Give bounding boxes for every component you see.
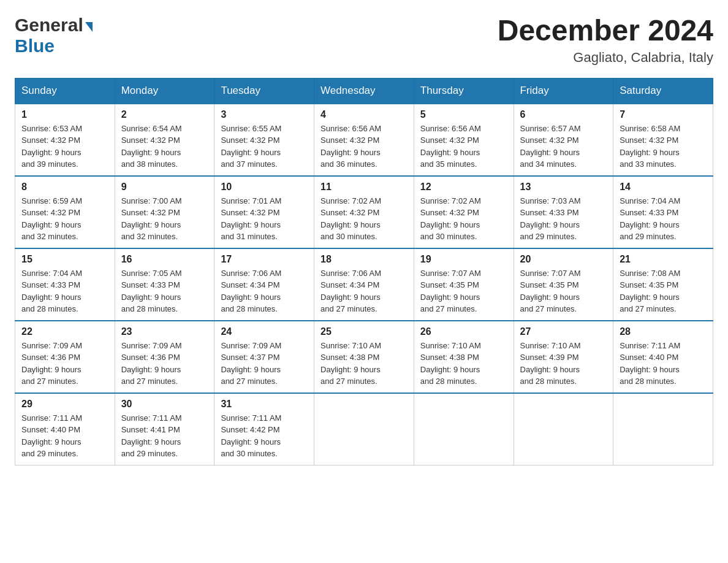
logo: General Blue xyxy=(15,15,93,56)
day-number: 16 xyxy=(121,254,208,265)
day-number: 18 xyxy=(320,254,408,265)
calendar-cell: 21 Sunrise: 7:08 AM Sunset: 4:35 PM Dayl… xyxy=(613,248,713,321)
day-info: Sunrise: 7:11 AM Sunset: 4:41 PM Dayligh… xyxy=(121,412,208,460)
day-info: Sunrise: 7:04 AM Sunset: 4:33 PM Dayligh… xyxy=(620,195,707,243)
calendar-header-wednesday: Wednesday xyxy=(314,78,414,104)
calendar-cell: 25 Sunrise: 7:10 AM Sunset: 4:38 PM Dayl… xyxy=(314,321,414,393)
day-info: Sunrise: 6:58 AM Sunset: 4:32 PM Dayligh… xyxy=(620,123,707,170)
day-info: Sunrise: 7:04 AM Sunset: 4:33 PM Dayligh… xyxy=(21,267,108,315)
title-section: December 2024 Gagliato, Calabria, Italy xyxy=(498,15,713,66)
day-number: 8 xyxy=(21,182,108,193)
day-info: Sunrise: 6:57 AM Sunset: 4:32 PM Dayligh… xyxy=(520,123,607,170)
day-info: Sunrise: 7:10 AM Sunset: 4:39 PM Dayligh… xyxy=(520,340,607,388)
calendar-cell: 18 Sunrise: 7:06 AM Sunset: 4:34 PM Dayl… xyxy=(314,248,414,321)
calendar-week-row: 29 Sunrise: 7:11 AM Sunset: 4:40 PM Dayl… xyxy=(15,393,713,465)
calendar-cell: 24 Sunrise: 7:09 AM Sunset: 4:37 PM Dayl… xyxy=(214,321,314,393)
calendar-cell: 23 Sunrise: 7:09 AM Sunset: 4:36 PM Dayl… xyxy=(115,321,214,393)
day-number: 31 xyxy=(221,399,308,410)
calendar-cell xyxy=(414,393,514,465)
day-number: 20 xyxy=(520,254,607,265)
day-info: Sunrise: 7:11 AM Sunset: 4:40 PM Dayligh… xyxy=(620,340,707,388)
calendar-week-row: 15 Sunrise: 7:04 AM Sunset: 4:33 PM Dayl… xyxy=(15,248,713,321)
day-info: Sunrise: 6:56 AM Sunset: 4:32 PM Dayligh… xyxy=(420,123,507,170)
day-info: Sunrise: 6:55 AM Sunset: 4:32 PM Dayligh… xyxy=(221,123,308,170)
calendar-cell: 31 Sunrise: 7:11 AM Sunset: 4:42 PM Dayl… xyxy=(214,393,314,465)
day-info: Sunrise: 7:02 AM Sunset: 4:32 PM Dayligh… xyxy=(320,195,408,243)
day-info: Sunrise: 7:07 AM Sunset: 4:35 PM Dayligh… xyxy=(420,267,507,315)
day-number: 28 xyxy=(620,326,707,337)
day-info: Sunrise: 7:11 AM Sunset: 4:42 PM Dayligh… xyxy=(221,412,308,460)
day-number: 21 xyxy=(620,254,707,265)
day-number: 1 xyxy=(21,109,108,120)
logo-arrow-icon xyxy=(85,22,93,32)
day-number: 5 xyxy=(420,109,507,120)
calendar-cell: 30 Sunrise: 7:11 AM Sunset: 4:41 PM Dayl… xyxy=(115,393,214,465)
logo-blue-text: Blue xyxy=(15,36,55,56)
day-info: Sunrise: 7:08 AM Sunset: 4:35 PM Dayligh… xyxy=(620,267,707,315)
day-number: 22 xyxy=(21,326,108,337)
day-number: 24 xyxy=(221,326,308,337)
day-info: Sunrise: 7:07 AM Sunset: 4:35 PM Dayligh… xyxy=(520,267,607,315)
calendar-cell: 3 Sunrise: 6:55 AM Sunset: 4:32 PM Dayli… xyxy=(214,104,314,176)
day-number: 30 xyxy=(121,399,208,410)
day-number: 9 xyxy=(121,182,208,193)
day-info: Sunrise: 6:54 AM Sunset: 4:32 PM Dayligh… xyxy=(121,123,208,170)
calendar-cell: 8 Sunrise: 6:59 AM Sunset: 4:32 PM Dayli… xyxy=(15,176,115,248)
day-number: 29 xyxy=(21,399,108,410)
day-info: Sunrise: 7:03 AM Sunset: 4:33 PM Dayligh… xyxy=(520,195,607,243)
day-number: 4 xyxy=(320,109,408,120)
calendar-cell xyxy=(314,393,414,465)
day-info: Sunrise: 7:10 AM Sunset: 4:38 PM Dayligh… xyxy=(320,340,408,388)
day-number: 26 xyxy=(420,326,507,337)
day-info: Sunrise: 7:02 AM Sunset: 4:32 PM Dayligh… xyxy=(420,195,507,243)
calendar-table: SundayMondayTuesdayWednesdayThursdayFrid… xyxy=(15,78,713,465)
calendar-cell: 12 Sunrise: 7:02 AM Sunset: 4:32 PM Dayl… xyxy=(414,176,514,248)
calendar-cell: 26 Sunrise: 7:10 AM Sunset: 4:38 PM Dayl… xyxy=(414,321,514,393)
calendar-cell xyxy=(514,393,613,465)
day-number: 11 xyxy=(320,182,408,193)
calendar-cell: 11 Sunrise: 7:02 AM Sunset: 4:32 PM Dayl… xyxy=(314,176,414,248)
day-number: 3 xyxy=(221,109,308,120)
calendar-cell: 6 Sunrise: 6:57 AM Sunset: 4:32 PM Dayli… xyxy=(514,104,613,176)
day-number: 2 xyxy=(121,109,208,120)
calendar-week-row: 8 Sunrise: 6:59 AM Sunset: 4:32 PM Dayli… xyxy=(15,176,713,248)
calendar-cell: 10 Sunrise: 7:01 AM Sunset: 4:32 PM Dayl… xyxy=(214,176,314,248)
calendar-header-thursday: Thursday xyxy=(414,78,514,104)
day-info: Sunrise: 6:59 AM Sunset: 4:32 PM Dayligh… xyxy=(21,195,108,243)
day-number: 7 xyxy=(620,109,707,120)
day-number: 14 xyxy=(620,182,707,193)
calendar-header-row: SundayMondayTuesdayWednesdayThursdayFrid… xyxy=(15,78,713,104)
calendar-header-monday: Monday xyxy=(115,78,214,104)
day-info: Sunrise: 7:05 AM Sunset: 4:33 PM Dayligh… xyxy=(121,267,208,315)
day-number: 6 xyxy=(520,109,607,120)
calendar-week-row: 1 Sunrise: 6:53 AM Sunset: 4:32 PM Dayli… xyxy=(15,104,713,176)
day-info: Sunrise: 7:01 AM Sunset: 4:32 PM Dayligh… xyxy=(221,195,308,243)
calendar-cell: 4 Sunrise: 6:56 AM Sunset: 4:32 PM Dayli… xyxy=(314,104,414,176)
calendar-cell: 13 Sunrise: 7:03 AM Sunset: 4:33 PM Dayl… xyxy=(514,176,613,248)
day-number: 10 xyxy=(221,182,308,193)
calendar-cell xyxy=(613,393,713,465)
calendar-week-row: 22 Sunrise: 7:09 AM Sunset: 4:36 PM Dayl… xyxy=(15,321,713,393)
calendar-cell: 5 Sunrise: 6:56 AM Sunset: 4:32 PM Dayli… xyxy=(414,104,514,176)
calendar-cell: 27 Sunrise: 7:10 AM Sunset: 4:39 PM Dayl… xyxy=(514,321,613,393)
calendar-cell: 19 Sunrise: 7:07 AM Sunset: 4:35 PM Dayl… xyxy=(414,248,514,321)
calendar-cell: 2 Sunrise: 6:54 AM Sunset: 4:32 PM Dayli… xyxy=(115,104,214,176)
day-info: Sunrise: 7:11 AM Sunset: 4:40 PM Dayligh… xyxy=(21,412,108,460)
calendar-cell: 22 Sunrise: 7:09 AM Sunset: 4:36 PM Dayl… xyxy=(15,321,115,393)
calendar-cell: 20 Sunrise: 7:07 AM Sunset: 4:35 PM Dayl… xyxy=(514,248,613,321)
day-info: Sunrise: 6:53 AM Sunset: 4:32 PM Dayligh… xyxy=(21,123,108,170)
day-info: Sunrise: 7:06 AM Sunset: 4:34 PM Dayligh… xyxy=(320,267,408,315)
page-header: General Blue December 2024 Gagliato, Cal… xyxy=(15,15,713,66)
calendar-cell: 14 Sunrise: 7:04 AM Sunset: 4:33 PM Dayl… xyxy=(613,176,713,248)
day-number: 15 xyxy=(21,254,108,265)
day-number: 23 xyxy=(121,326,208,337)
calendar-cell: 15 Sunrise: 7:04 AM Sunset: 4:33 PM Dayl… xyxy=(15,248,115,321)
logo-general-text: General xyxy=(15,15,83,36)
calendar-cell: 9 Sunrise: 7:00 AM Sunset: 4:32 PM Dayli… xyxy=(115,176,214,248)
calendar-cell: 16 Sunrise: 7:05 AM Sunset: 4:33 PM Dayl… xyxy=(115,248,214,321)
calendar-header-friday: Friday xyxy=(514,78,613,104)
day-info: Sunrise: 7:00 AM Sunset: 4:32 PM Dayligh… xyxy=(121,195,208,243)
day-info: Sunrise: 6:56 AM Sunset: 4:32 PM Dayligh… xyxy=(320,123,408,170)
calendar-cell: 7 Sunrise: 6:58 AM Sunset: 4:32 PM Dayli… xyxy=(613,104,713,176)
day-info: Sunrise: 7:09 AM Sunset: 4:36 PM Dayligh… xyxy=(21,340,108,388)
